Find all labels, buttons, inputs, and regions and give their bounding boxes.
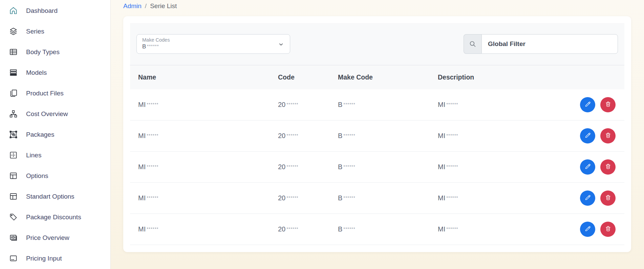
table-row: MI****** 20****** B****** MI******	[130, 89, 624, 120]
table-icon	[9, 192, 18, 201]
copy-icon	[9, 89, 18, 98]
table-row: MI****** 20****** B****** MI******	[130, 214, 624, 245]
pencil-icon	[584, 132, 592, 140]
table-row: MI****** 20****** B****** MI******	[130, 152, 624, 183]
sidebar-item-dashboard[interactable]: Dashboard	[0, 0, 110, 21]
chevron-down-icon	[278, 41, 284, 48]
cell-name: MI******	[130, 132, 270, 140]
cell-make-code: B******	[330, 132, 430, 140]
cell-description: MI******	[430, 163, 580, 171]
cell-name: MI******	[130, 163, 270, 171]
cell-code: 20******	[270, 101, 330, 109]
sidebar-item-series[interactable]: Series	[0, 21, 110, 42]
delete-button[interactable]	[600, 190, 616, 206]
row-actions	[580, 97, 625, 112]
sidebar-item-models[interactable]: Models	[0, 62, 110, 83]
trash-icon	[604, 100, 612, 109]
cell-code: 20******	[270, 132, 330, 140]
table-row: MI****** 20****** B****** MI******	[130, 120, 624, 152]
sidebar-item-standart-options[interactable]: Standart Options	[0, 186, 110, 207]
global-filter-group	[464, 34, 618, 54]
breadcrumb-admin-link[interactable]: Admin	[123, 2, 142, 10]
cell-make-code: B******	[330, 101, 430, 109]
sidebar-item-cost-overview[interactable]: Cost Overview	[0, 104, 110, 124]
cell-code: 20******	[270, 225, 330, 233]
cell-description: MI******	[430, 101, 580, 109]
object-group-icon	[9, 130, 18, 139]
row-actions	[580, 190, 625, 206]
sitemap-icon	[9, 109, 18, 118]
make-codes-label: Make Codes	[142, 37, 275, 43]
breadcrumb-separator: /	[145, 2, 147, 10]
pencil-icon	[584, 225, 592, 233]
sidebar-item-pricing-input[interactable]: Pricing Input	[0, 248, 110, 269]
pencil-icon	[584, 194, 592, 202]
cell-description: MI******	[430, 225, 580, 233]
spreadsheet-icon	[9, 47, 18, 57]
sidebar-item-product-files[interactable]: Product Files	[0, 83, 110, 104]
cell-name: MI******	[130, 194, 270, 202]
cell-code: 20******	[270, 194, 330, 202]
trash-icon	[604, 132, 612, 140]
pencil-icon	[584, 100, 592, 109]
make-codes-select[interactable]: Make Codes B******	[136, 34, 290, 54]
sidebar-item-body-types[interactable]: Body Types	[0, 42, 110, 62]
row-actions	[580, 128, 625, 143]
layers-icon	[9, 27, 18, 36]
sidebar-item-options[interactable]: Options	[0, 165, 110, 186]
cell-code: 20******	[270, 163, 330, 171]
app-root: Dashboard Series Body Types Models Produ…	[0, 0, 644, 269]
cell-description: MI******	[430, 194, 580, 202]
edit-button[interactable]	[580, 159, 595, 175]
cell-make-code: B******	[330, 163, 430, 171]
delete-button[interactable]	[600, 159, 616, 175]
trash-icon	[604, 225, 612, 233]
rows-icon	[9, 68, 18, 77]
table-icon	[9, 171, 18, 180]
trash-icon	[604, 163, 612, 171]
main-content: Admin / Serie List Make Codes B******	[111, 0, 644, 269]
delete-button[interactable]	[600, 128, 616, 143]
delete-button[interactable]	[600, 222, 616, 237]
sidebar: Dashboard Series Body Types Models Produ…	[0, 0, 111, 269]
cell-make-code: B******	[330, 194, 430, 202]
make-codes-value: B******	[142, 43, 275, 50]
sidebar-item-package-discounts[interactable]: Package Discounts	[0, 207, 110, 227]
home-icon	[9, 6, 18, 15]
border-cross-icon	[9, 151, 18, 160]
edit-button[interactable]	[580, 222, 595, 237]
delete-button[interactable]	[600, 97, 616, 112]
breadcrumb-current: Serie List	[150, 2, 177, 10]
sidebar-item-lines[interactable]: Lines	[0, 145, 110, 165]
table-header-row: Name Code Make Code Description	[130, 65, 624, 89]
table-filter-bar: Make Codes B******	[130, 23, 624, 65]
trash-icon	[604, 194, 612, 202]
column-header-make-code: Make Code	[330, 73, 430, 81]
cell-make-code: B******	[330, 225, 430, 233]
row-actions	[580, 222, 625, 237]
column-header-code: Code	[270, 73, 330, 81]
column-header-name: Name	[130, 73, 270, 81]
edit-button[interactable]	[580, 97, 595, 112]
serie-list-card: Make Codes B****** Name Code Make Code	[123, 16, 631, 252]
sidebar-item-price-overview[interactable]: Price Overview	[0, 227, 110, 248]
tag-icon	[9, 212, 18, 222]
global-filter-input[interactable]	[481, 34, 618, 54]
table-row: MI****** 20****** B****** MI******	[130, 183, 624, 214]
pencil-icon	[584, 163, 592, 171]
cell-name: MI******	[130, 101, 270, 109]
edit-button[interactable]	[580, 128, 595, 143]
breadcrumb: Admin / Serie List	[123, 2, 631, 10]
card-icon	[9, 254, 18, 263]
search-icon	[464, 34, 481, 54]
table-body: MI****** 20****** B****** MI****** MI***…	[130, 89, 624, 245]
sidebar-item-packages[interactable]: Packages	[0, 124, 110, 145]
banknote-icon	[9, 233, 18, 242]
cell-name: MI******	[130, 225, 270, 233]
column-header-description: Description	[430, 73, 580, 81]
row-actions	[580, 159, 625, 175]
edit-button[interactable]	[580, 190, 595, 206]
cell-description: MI******	[430, 132, 580, 140]
